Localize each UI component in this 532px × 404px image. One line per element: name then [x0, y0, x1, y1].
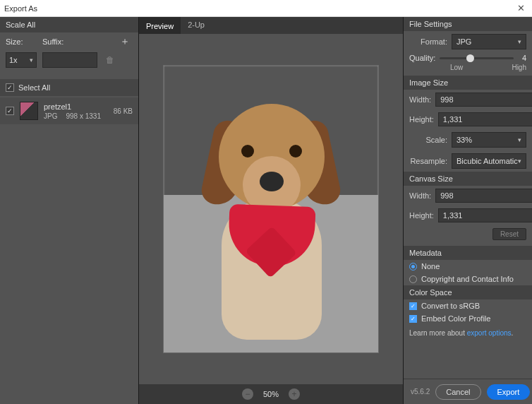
- cancel-button[interactable]: Cancel: [435, 384, 480, 400]
- quality-slider[interactable]: [440, 57, 514, 59]
- select-all-label: Select All: [18, 83, 50, 92]
- asset-dims: 998 x 1331: [66, 112, 101, 120]
- file-settings-header: File Settings: [404, 17, 532, 31]
- resample-label: Resample:: [409, 157, 447, 165]
- canvas-width-label: Width:: [409, 191, 431, 200]
- add-scale-icon[interactable]: ＋: [117, 35, 133, 48]
- quality-label: Quality:: [409, 54, 435, 62]
- colorspace-header: Color Space: [404, 285, 532, 299]
- asset-format: JPG: [44, 112, 57, 120]
- suffix-input[interactable]: [42, 52, 97, 68]
- resample-value: Bicubic Automatic: [457, 157, 518, 165]
- embed-profile-checkbox[interactable]: ✓: [409, 315, 417, 323]
- chevron-down-icon: ▾: [518, 136, 521, 143]
- zoom-out-button[interactable]: −: [242, 388, 253, 400]
- preview-panel: Preview 2-Up − 50% +: [138, 17, 404, 404]
- scale-label: Scale:: [409, 136, 447, 144]
- zoom-in-button[interactable]: +: [289, 388, 300, 400]
- learn-more-text: Learn more about export options.: [404, 325, 532, 341]
- img-height-label: Height:: [409, 115, 434, 124]
- asset-list-item[interactable]: ✓ pretzel1 JPG 998 x 1331 86 KB: [0, 97, 138, 124]
- suffix-label: Suffix:: [42, 37, 111, 46]
- close-icon[interactable]: ✕: [514, 3, 528, 13]
- quality-high-label: High: [512, 64, 526, 71]
- asset-checkbox[interactable]: ✓: [6, 107, 14, 115]
- version-label: v5.6.2: [411, 388, 430, 396]
- chevron-down-icon: ▾: [30, 57, 33, 64]
- asset-name: pretzel1: [44, 102, 108, 111]
- settings-panel: File Settings Format: JPG ▾ Quality: 4 L…: [404, 17, 532, 404]
- embed-profile-label: Embed Color Profile: [421, 314, 490, 323]
- export-button[interactable]: Export: [487, 384, 531, 400]
- quality-value: 4: [518, 54, 526, 62]
- format-value: JPG: [457, 37, 471, 46]
- srgb-label: Convert to sRGB: [421, 302, 480, 310]
- scale-value: 33%: [457, 136, 472, 144]
- left-panel: Scale All Size: Suffix: ＋ 1x ▾ 🗑 ✓ Selec…: [0, 17, 138, 404]
- metadata-none-label: None: [421, 262, 440, 271]
- reset-button[interactable]: Reset: [492, 228, 526, 240]
- zoom-value: 50%: [263, 390, 279, 398]
- image-size-header: Image Size: [404, 76, 532, 90]
- scale-all-header: Scale All: [0, 17, 138, 32]
- delete-scale-icon[interactable]: 🗑: [103, 55, 117, 65]
- size-select[interactable]: 1x ▾: [6, 52, 37, 68]
- asset-filesize: 86 KB: [114, 107, 133, 115]
- preview-area: [139, 34, 403, 384]
- format-label: Format:: [409, 37, 447, 46]
- metadata-header: Metadata: [404, 246, 532, 260]
- canvas-height-label: Height:: [409, 211, 434, 220]
- size-value: 1x: [9, 56, 18, 64]
- preview-image: [163, 65, 379, 353]
- export-options-link[interactable]: export options: [467, 329, 512, 337]
- chevron-down-icon: ▾: [518, 38, 521, 45]
- resample-select[interactable]: Bicubic Automatic ▾: [452, 153, 526, 169]
- img-height-input[interactable]: [438, 112, 532, 126]
- tab-2up[interactable]: 2-Up: [181, 17, 212, 34]
- select-all-checkbox[interactable]: ✓: [6, 83, 14, 92]
- tab-preview[interactable]: Preview: [139, 17, 181, 34]
- metadata-cc-radio[interactable]: [409, 275, 417, 283]
- asset-thumbnail: [20, 102, 38, 120]
- canvas-width-input[interactable]: [435, 189, 532, 203]
- canvas-size-header: Canvas Size: [404, 172, 532, 186]
- img-width-input[interactable]: [435, 93, 532, 107]
- size-label: Size:: [6, 37, 37, 46]
- canvas-height-input[interactable]: [438, 208, 532, 222]
- titlebar: Export As ✕: [0, 0, 532, 17]
- metadata-none-radio[interactable]: [409, 263, 417, 271]
- scale-select[interactable]: 33% ▾: [452, 132, 526, 148]
- quality-low-label: Low: [450, 64, 463, 71]
- metadata-cc-label: Copyright and Contact Info: [421, 275, 514, 283]
- dialog-title: Export As: [4, 4, 37, 13]
- format-select[interactable]: JPG ▾: [452, 34, 526, 49]
- srgb-checkbox[interactable]: ✓: [409, 302, 417, 310]
- chevron-down-icon: ▾: [518, 158, 521, 165]
- img-width-label: Width:: [409, 95, 431, 104]
